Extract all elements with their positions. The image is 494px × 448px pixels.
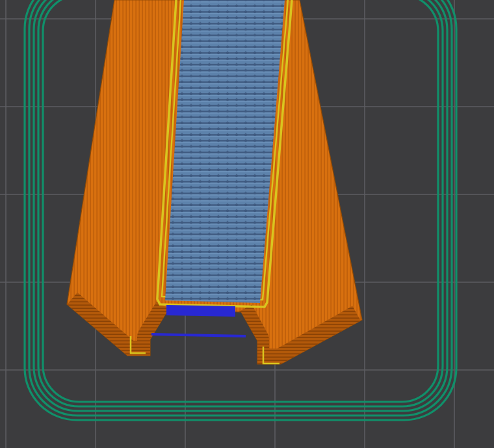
bridge-infill-bar — [166, 305, 235, 317]
slicer-3d-viewport[interactable] — [0, 0, 494, 448]
slicer-viewport-stage[interactable] — [0, 0, 494, 448]
